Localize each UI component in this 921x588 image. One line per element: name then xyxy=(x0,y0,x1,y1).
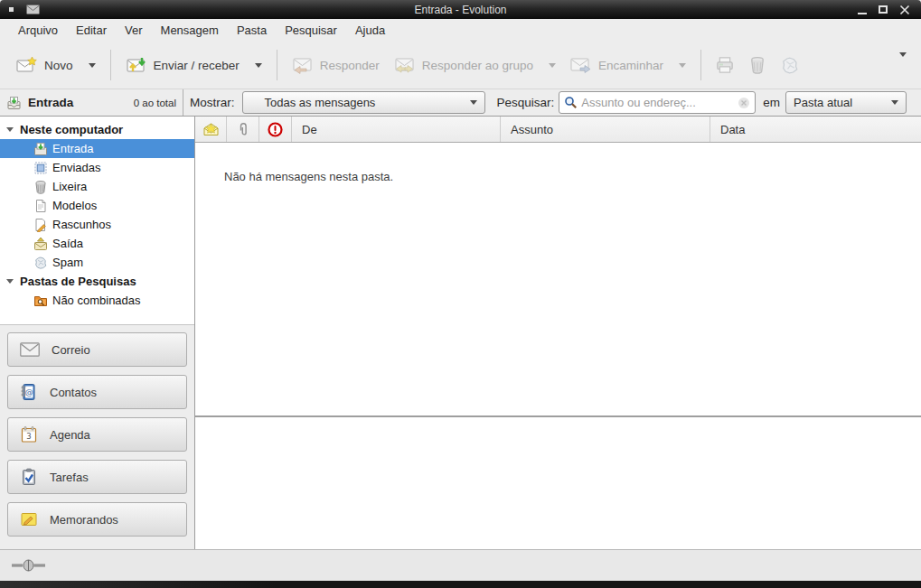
expander-icon[interactable] xyxy=(6,127,14,132)
menu-ajuda[interactable]: Ajuda xyxy=(346,20,394,41)
folder-label: Entrada xyxy=(52,142,94,155)
sent-icon xyxy=(33,161,48,175)
window-title: Entrada - Evolution xyxy=(0,4,921,16)
toolbar-separator xyxy=(700,50,701,80)
new-dropdown-icon[interactable] xyxy=(89,63,96,68)
menu-pasta[interactable]: Pasta xyxy=(228,20,276,41)
online-status-icon[interactable] xyxy=(11,558,47,573)
send-receive-label: Enviar / receber xyxy=(154,59,240,72)
expander-icon[interactable] xyxy=(6,279,14,284)
switcher-label: Correio xyxy=(52,343,90,357)
new-mail-icon xyxy=(16,56,38,74)
show-filter-dropdown[interactable]: Todas as mensagens xyxy=(242,91,485,114)
folder-enviadas[interactable]: Enviadas xyxy=(0,158,194,177)
evolution-window: Entrada - Evolution Arquivo Editar Ver M… xyxy=(0,0,921,588)
inbox-icon xyxy=(6,96,22,110)
column-data[interactable]: Data xyxy=(710,117,921,142)
tree-group-search-folders[interactable]: Pastas de Pesquisas xyxy=(0,272,194,291)
menu-pesquisar[interactable]: Pesquisar xyxy=(276,20,346,41)
component-switcher: Correio @ Contatos 3 Agenda xyxy=(0,324,194,549)
reply-group-dropdown-icon[interactable] xyxy=(549,63,556,68)
switcher-contatos[interactable]: @ Contatos xyxy=(7,375,187,409)
switcher-agenda[interactable]: 3 Agenda xyxy=(7,417,187,452)
desktop-panel-edge xyxy=(0,581,921,588)
reply-icon xyxy=(292,56,314,74)
close-button[interactable] xyxy=(899,5,910,15)
forward-icon xyxy=(570,56,592,74)
column-status[interactable] xyxy=(195,117,227,142)
search-scope-dropdown[interactable]: Pasta atual xyxy=(785,91,907,114)
folder-entrada[interactable]: Entrada xyxy=(0,139,194,158)
forward-button[interactable]: Encaminhar xyxy=(563,51,693,79)
status-bar xyxy=(0,549,921,581)
send-receive-button[interactable]: Enviar / receber xyxy=(118,51,269,79)
mail-icon xyxy=(20,342,40,357)
show-filter-value: Todas as mensagens xyxy=(265,96,376,109)
message-list-body: Não há mensagens nesta pasta. xyxy=(195,143,921,415)
send-receive-dropdown-icon[interactable] xyxy=(255,63,262,68)
group-label: Neste computador xyxy=(20,123,123,136)
empty-folder-text: Não há mensagens nesta pasta. xyxy=(224,170,393,183)
toolbar-overflow-button[interactable] xyxy=(899,57,912,73)
spam-icon xyxy=(33,256,48,270)
menu-mensagem[interactable]: Mensagem xyxy=(152,20,228,41)
send-receive-icon xyxy=(126,56,147,74)
new-button[interactable]: Novo xyxy=(9,51,103,79)
folder-lixeira[interactable]: Lixeira xyxy=(0,177,194,196)
template-icon xyxy=(33,199,48,213)
minimize-button[interactable] xyxy=(858,5,867,14)
folder-label: Lixeira xyxy=(52,180,87,193)
group-label: Pastas de Pesquisas xyxy=(20,275,136,288)
folder-label: Não combinadas xyxy=(52,294,141,307)
chevron-down-icon xyxy=(470,100,477,105)
folder-spam[interactable]: Spam xyxy=(0,253,194,272)
switcher-label: Memorandos xyxy=(50,513,118,527)
scope-label: em xyxy=(763,96,780,109)
folder-rascunhos[interactable]: Rascunhos xyxy=(0,215,194,234)
column-label: Assunto xyxy=(511,123,553,136)
trash-icon xyxy=(33,180,48,194)
new-button-label: Novo xyxy=(44,59,73,72)
svg-text:3: 3 xyxy=(26,432,31,441)
folder-label: Spam xyxy=(52,256,83,269)
folder-label: Saída xyxy=(52,237,83,250)
column-assunto[interactable]: Assunto xyxy=(501,117,710,142)
column-priority[interactable] xyxy=(259,117,292,142)
tree-group-this-computer[interactable]: Neste computador xyxy=(0,120,194,139)
sidebar: Neste computador Entrada Enviadas xyxy=(0,117,195,549)
print-button[interactable] xyxy=(709,51,741,79)
reply-button[interactable]: Responder xyxy=(285,51,387,79)
show-label: Mostrar: xyxy=(190,96,235,109)
important-icon xyxy=(268,122,283,137)
menubar: Arquivo Editar Ver Mensagem Pasta Pesqui… xyxy=(0,19,921,42)
column-de[interactable]: De xyxy=(292,117,501,142)
forward-label: Encaminhar xyxy=(598,59,663,72)
trash-icon xyxy=(747,56,767,74)
tasks-icon xyxy=(20,468,38,486)
current-folder-name: Entrada xyxy=(28,96,73,109)
reply-group-label: Responder ao grupo xyxy=(422,59,533,72)
junk-button[interactable] xyxy=(774,51,806,79)
menu-ver[interactable]: Ver xyxy=(116,20,152,41)
message-status-icon xyxy=(202,123,220,136)
switcher-memorandos[interactable]: Memorandos xyxy=(7,502,187,537)
menu-editar[interactable]: Editar xyxy=(67,20,116,41)
maximize-button[interactable] xyxy=(879,5,888,14)
delete-button[interactable] xyxy=(741,51,774,79)
svg-text:@: @ xyxy=(25,387,33,397)
search-folder-icon xyxy=(33,294,48,308)
column-label: Data xyxy=(720,123,745,136)
reply-group-button[interactable]: Responder ao grupo xyxy=(387,51,563,79)
folder-label: Rascunhos xyxy=(52,218,111,231)
folder-label: Enviadas xyxy=(52,161,100,174)
search-input[interactable] xyxy=(581,96,734,109)
clear-search-icon[interactable] xyxy=(738,97,750,109)
column-attachment[interactable] xyxy=(227,117,259,142)
folder-modelos[interactable]: Modelos xyxy=(0,196,194,215)
menu-arquivo[interactable]: Arquivo xyxy=(9,20,67,41)
folder-saida[interactable]: Saída xyxy=(0,234,194,253)
forward-dropdown-icon[interactable] xyxy=(679,63,686,68)
switcher-tarefas[interactable]: Tarefas xyxy=(7,460,187,494)
folder-nao-combinadas[interactable]: Não combinadas xyxy=(0,291,194,310)
switcher-correio[interactable]: Correio xyxy=(7,332,187,367)
